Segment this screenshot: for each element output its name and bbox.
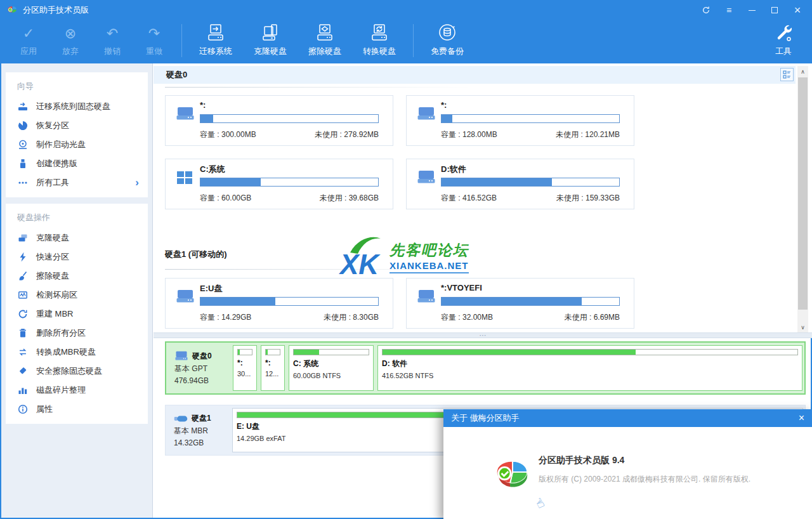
disk-overview-panel: 硬盘0 *: 容量 : 300.00MB 未使用 : 278.92MB *: 容… <box>154 63 812 332</box>
capacity-text: 容量 : 14.29GB <box>200 312 251 323</box>
part-size: 30... <box>237 370 252 378</box>
free-backup-button[interactable]: 免费备份 <box>420 22 475 61</box>
redo-label: 重做 <box>146 46 162 57</box>
tools-label: 工具 <box>775 46 792 57</box>
usage-bar <box>441 178 620 187</box>
disk0-header-label: 硬盘0 <box>166 69 187 81</box>
convert-arrows-icon <box>17 347 28 358</box>
convert-disk-button[interactable]: 转换硬盘 <box>352 22 407 61</box>
sidebar-item-all-tools[interactable]: 所有工具 › <box>6 173 148 192</box>
dialog-title-bar[interactable]: 关于 傲梅分区助手 × <box>443 409 812 427</box>
scrollbar-thumb[interactable] <box>798 77 808 310</box>
item-label: 恢复分区 <box>36 120 69 131</box>
discard-button[interactable]: ⊗ 放弃 <box>49 22 91 61</box>
view-toggle-button[interactable] <box>780 68 794 81</box>
part-size: 12... <box>265 370 280 378</box>
partition-card-esp[interactable]: *: 容量 : 300.00MB 未使用 : 278.92MB <box>165 95 393 146</box>
panel-splitter[interactable]: ⋯ <box>154 332 812 338</box>
part-size: 416.52GB NTFS <box>382 372 798 379</box>
dialog-copyright: 版权所有 (C) 2009-2021 成都傲梅科技有限公司. 保留所有版权. <box>539 474 750 485</box>
refresh-icon[interactable] <box>698 3 714 17</box>
sidebar-item-clone-disk[interactable]: 克隆硬盘 <box>6 228 148 247</box>
partition-assistant-logo <box>492 456 531 493</box>
partition-card-e[interactable]: E:U盘 容量 : 14.29GB 未使用 : 8.30GB <box>165 278 393 329</box>
disk0-name: 硬盘0 <box>192 351 212 362</box>
convert-label: 转换硬盘 <box>363 46 396 57</box>
disk0-part-msr[interactable]: *: 12... <box>261 345 285 391</box>
migrate-disk-icon <box>204 22 227 43</box>
menu-icon[interactable]: ≡ <box>721 3 737 17</box>
sidebar-item-delete-all-partitions[interactable]: 删除所有分区 <box>6 324 148 343</box>
migrate-label: 迁移系统 <box>199 46 232 57</box>
migrate-ssd-icon <box>17 102 28 112</box>
capacity-text: 容量 : 60.00GB <box>200 193 251 204</box>
erase-disk-button[interactable]: 擦除硬盘 <box>298 22 352 61</box>
app-window: 分区助手技术员版 ≡ × ✓ 应用 ⊗ 放弃 ↶ 撤销 ↷ <box>0 0 812 519</box>
usage-bar <box>200 114 379 123</box>
close-icon[interactable]: × <box>789 3 806 17</box>
minimize-icon[interactable] <box>743 3 760 17</box>
scroll-down-icon[interactable]: ∨ <box>797 322 808 332</box>
partition-card-vtoyefi[interactable]: *:VTOYEFI 容量 : 32.00MB 未使用 : 6.69MB <box>406 278 634 329</box>
sidebar-item-defrag[interactable]: 磁盘碎片整理 <box>6 381 148 400</box>
windows-logo-icon <box>176 169 193 188</box>
clone-disk-icon <box>259 22 282 43</box>
clone-disk-button[interactable]: 克隆硬盘 <box>243 22 298 61</box>
sidebar-item-wipe-disk[interactable]: 擦除硬盘 <box>6 266 148 286</box>
scroll-up-icon[interactable]: ∧ <box>797 66 808 77</box>
tools-button[interactable]: 工具 <box>763 22 804 61</box>
sidebar-item-quick-partition[interactable]: 快速分区 <box>6 247 148 266</box>
hand-pointer-icon: ☝ <box>533 495 547 512</box>
sidebar-item-properties[interactable]: 属性 <box>6 400 148 419</box>
sidebar-item-check-bad-sectors[interactable]: 检测坏扇区 <box>6 286 148 305</box>
eraser-icon <box>17 366 28 377</box>
disk-partition-icon <box>417 289 436 307</box>
sidebar-item-bootable-cd[interactable]: 制作启动光盘 <box>6 135 148 154</box>
toolbar-separator <box>413 24 414 57</box>
undo-button[interactable]: ↶ 撤销 <box>91 22 133 61</box>
sidebar-item-rebuild-mbr[interactable]: 重建 MBR <box>6 305 148 324</box>
migrate-system-button[interactable]: 迁移系统 <box>188 22 243 61</box>
disk0-part-c[interactable]: C: 系统 60.00GB NTFS <box>289 345 374 391</box>
usb-disk-icon <box>174 414 188 423</box>
apply-button[interactable]: ✓ 应用 <box>8 22 49 61</box>
disk0-part-d[interactable]: D: 软件 416.52GB NTFS <box>377 345 802 391</box>
disk-operations-panel: 硬盘操作 克隆硬盘 快速分区 <box>6 204 148 424</box>
erase-label: 擦除硬盘 <box>308 46 341 57</box>
maximize-icon[interactable] <box>766 3 783 17</box>
usage-bar <box>293 349 369 355</box>
item-label: 属性 <box>36 404 53 415</box>
convert-disk-icon <box>368 22 391 43</box>
sidebar-item-convert-to-mbr[interactable]: 转换成MBR硬盘 <box>6 343 148 362</box>
unused-text: 未使用 : 6.69MB <box>565 312 620 323</box>
usage-bar <box>237 349 252 355</box>
sidebar-item-secure-erase-ssd[interactable]: 安全擦除固态硬盘 <box>6 362 148 381</box>
partition-card-c[interactable]: C:系统 容量 : 60.00GB 未使用 : 39.68GB <box>165 159 393 209</box>
disk-partition-icon <box>417 169 436 188</box>
apply-label: 应用 <box>20 46 37 57</box>
item-label: 检测坏扇区 <box>36 289 77 301</box>
clone-disk-icon <box>17 233 28 244</box>
disk0-row[interactable]: 硬盘0 基本 GPT 476.94GB *: 30... *: 12... C:… <box>165 341 806 395</box>
sidebar-item-create-portable[interactable]: 创建便携版 <box>6 154 148 173</box>
capacity-text: 容量 : 32.00MB <box>441 312 493 323</box>
vertical-scrollbar[interactable]: ∧ ∨ <box>797 66 808 332</box>
dialog-close-icon[interactable]: × <box>799 412 804 424</box>
wizard-section-title: 向导 <box>6 75 148 97</box>
usage-bar <box>441 114 620 123</box>
item-label: 转换成MBR硬盘 <box>36 346 96 358</box>
wrench-icon <box>774 22 793 43</box>
redo-button[interactable]: ↷ 重做 <box>133 22 175 61</box>
disk0-part-esp[interactable]: *: 30... <box>233 345 257 391</box>
partition-name: E:U盘 <box>200 283 222 294</box>
item-label: 克隆硬盘 <box>36 232 69 244</box>
partition-name: C:系统 <box>200 164 225 175</box>
partition-card-msr[interactable]: *: 容量 : 128.00MB 未使用 : 120.21MB <box>406 95 634 146</box>
discard-cancel-icon: ⊗ <box>65 22 76 43</box>
sidebar-item-recover-partition[interactable]: 恢复分区 <box>6 116 148 135</box>
lightning-icon <box>17 252 28 263</box>
sidebar-item-migrate-to-ssd[interactable]: 迁移系统到固态硬盘 <box>6 97 148 116</box>
item-label: 删除所有分区 <box>36 327 86 339</box>
disk-partition-icon <box>417 106 436 124</box>
partition-card-d[interactable]: D:软件 容量 : 416.52GB 未使用 : 159.33GB <box>406 159 634 209</box>
